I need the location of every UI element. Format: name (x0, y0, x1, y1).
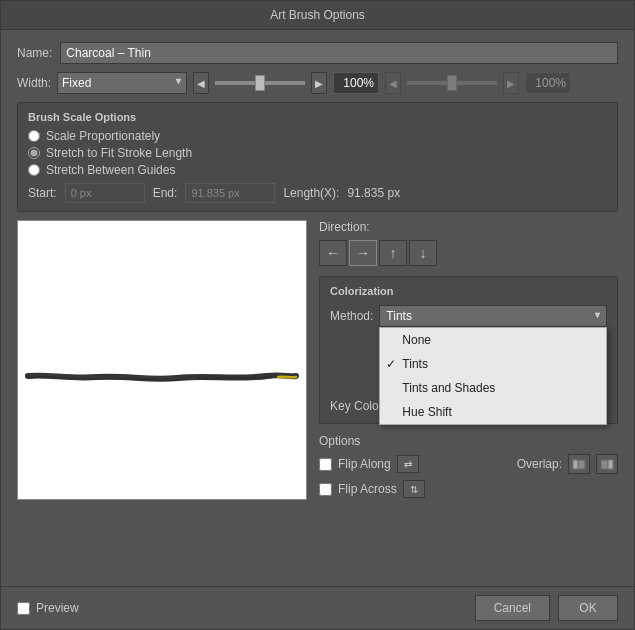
colorization-title: Colorization (330, 285, 607, 297)
length-value: 91.835 px (347, 186, 400, 200)
start-end-row: Start: End: Length(X): 91.835 px (28, 183, 607, 203)
name-input[interactable] (60, 42, 618, 64)
slider2-left-arrow[interactable]: ◀ (385, 72, 401, 94)
radio-scale-proportionately: Scale Proportionately (28, 129, 607, 143)
overlap-btn-2[interactable] (596, 454, 618, 474)
name-row: Name: (17, 42, 618, 64)
slider-left-arrow[interactable]: ◀ (193, 72, 209, 94)
radio-scale-proportionately-input[interactable] (28, 130, 40, 142)
brush-stroke-svg (18, 346, 306, 406)
key-color-label: Key Color: (330, 399, 386, 413)
option-none[interactable]: None (380, 328, 606, 352)
option-tints-shades[interactable]: Tints and Shades (380, 376, 606, 400)
option-none-label: None (402, 333, 431, 347)
preview-label: Preview (36, 601, 79, 615)
ok-button[interactable]: OK (558, 595, 618, 621)
direction-label: Direction: (319, 220, 618, 234)
overlap-icon-2 (599, 456, 615, 472)
method-label: Method: (330, 309, 373, 323)
dialog-title: Art Brush Options (270, 8, 365, 22)
width-dropdown[interactable]: Fixed Pressure Velocity (57, 72, 187, 94)
direction-left-btn[interactable]: ← (319, 240, 347, 266)
flip-across-label: Flip Across (338, 482, 397, 496)
percent-input-2[interactable] (525, 72, 571, 94)
overlap-row: Overlap: (517, 454, 618, 474)
option-hue-shift[interactable]: Hue Shift (380, 400, 606, 424)
bottom-row: Preview Cancel OK (1, 586, 634, 629)
flip-along-row: Flip Along ⇄ Overlap: (319, 454, 618, 474)
preview-check: Preview (17, 601, 79, 615)
radio-scale-proportionately-label: Scale Proportionately (46, 129, 160, 143)
slider-right-arrow[interactable]: ▶ (311, 72, 327, 94)
direction-down-btn[interactable]: ↓ (409, 240, 437, 266)
radio-stretch-guides: Stretch Between Guides (28, 163, 607, 177)
overlap-btn-1[interactable] (568, 454, 590, 474)
content: Name: Width: Fixed Pressure Velocity ▼ ◀ (1, 30, 634, 586)
preview-box (17, 220, 307, 500)
option-hue-shift-label: Hue Shift (402, 405, 451, 419)
slider2-thumb (447, 75, 457, 91)
slider2-right-arrow[interactable]: ▶ (503, 72, 519, 94)
right-controls: Direction: ← → ↑ ↓ Colorization Method: (319, 220, 618, 574)
radio-stretch-fit: Stretch to Fit Stroke Length (28, 146, 607, 160)
options-label: Options (319, 434, 618, 448)
flip-across-checkbox[interactable] (319, 483, 332, 496)
direction-buttons: ← → ↑ ↓ (319, 240, 618, 266)
preview-checkbox[interactable] (17, 602, 30, 615)
direction-section: Direction: ← → ↑ ↓ (319, 220, 618, 266)
radio-stretch-fit-label: Stretch to Fit Stroke Length (46, 146, 192, 160)
method-selected-label: Tints (386, 309, 412, 323)
width-slider[interactable] (215, 81, 305, 85)
radio-stretch-guides-label: Stretch Between Guides (46, 163, 175, 177)
svg-rect-1 (578, 460, 585, 469)
width-dropdown-wrap: Fixed Pressure Velocity ▼ (57, 72, 187, 94)
end-label: End: (153, 186, 178, 200)
colorization-section: Colorization Method: Tints ▼ None (319, 276, 618, 424)
options-section: Options Flip Along ⇄ Overlap: (319, 434, 618, 498)
brush-scale-section: Brush Scale Options Scale Proportionatel… (17, 102, 618, 212)
svg-rect-3 (601, 460, 608, 469)
flip-along-icon[interactable]: ⇄ (397, 455, 419, 473)
direction-right-btn[interactable]: → (349, 240, 377, 266)
direction-up-btn[interactable]: ↑ (379, 240, 407, 266)
option-tints[interactable]: Tints (380, 352, 606, 376)
method-row: Method: Tints ▼ None (330, 305, 607, 327)
flip-across-icon[interactable]: ⇅ (403, 480, 425, 498)
percent-input-1[interactable] (333, 72, 379, 94)
radio-stretch-fit-input[interactable] (28, 147, 40, 159)
btn-group: Cancel OK (475, 595, 618, 621)
method-dropdown-wrap: Tints ▼ None Tints (379, 305, 607, 327)
overlap-label: Overlap: (517, 457, 562, 471)
dialog: Art Brush Options Name: Width: Fixed Pre… (0, 0, 635, 630)
flip-along-label: Flip Along (338, 457, 391, 471)
width-row: Width: Fixed Pressure Velocity ▼ ◀ ▶ ◀ (17, 72, 618, 94)
brush-scale-title: Brush Scale Options (28, 111, 607, 123)
width-label: Width: (17, 76, 51, 90)
option-tints-shades-label: Tints and Shades (402, 381, 495, 395)
width-slider-2 (407, 81, 497, 85)
slider-thumb[interactable] (255, 75, 265, 91)
length-label: Length(X): (283, 186, 339, 200)
flip-along-check-row: Flip Along ⇄ (319, 455, 419, 473)
cancel-button[interactable]: Cancel (475, 595, 550, 621)
name-label: Name: (17, 46, 52, 60)
method-dropdown-menu: None Tints Tints and Shades Hue Shift (379, 327, 607, 425)
flip-across-check-row: Flip Across ⇅ (319, 480, 618, 498)
overlap-icon-1 (571, 456, 587, 472)
flip-along-checkbox[interactable] (319, 458, 332, 471)
main-area: Direction: ← → ↑ ↓ Colorization Method: (17, 220, 618, 574)
title-bar: Art Brush Options (1, 1, 634, 30)
option-tints-label: Tints (402, 357, 428, 371)
method-dropdown-display[interactable]: Tints (379, 305, 607, 327)
radio-stretch-guides-input[interactable] (28, 164, 40, 176)
start-label: Start: (28, 186, 57, 200)
end-input[interactable] (185, 183, 275, 203)
start-input[interactable] (65, 183, 145, 203)
